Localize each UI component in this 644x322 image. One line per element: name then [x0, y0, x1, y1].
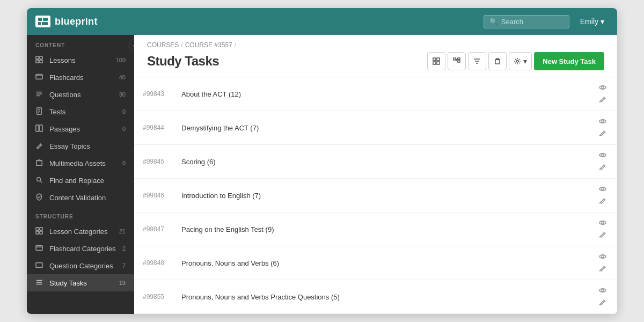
- task-name: Pacing on the English Test (9): [177, 213, 574, 246]
- svg-rect-4: [36, 56, 39, 59]
- svg-rect-7: [40, 60, 42, 63]
- sidebar-item-study-tasks[interactable]: Study Tasks 19: [27, 274, 134, 291]
- task-edit-button[interactable]: [597, 94, 609, 105]
- task-actions: [574, 111, 617, 145]
- flashcard-categories-label: Flashcard Categories: [49, 245, 117, 253]
- breadcrumb-course[interactable]: COURSE #3557: [185, 41, 232, 49]
- svg-point-57: [602, 188, 604, 190]
- task-edit-button[interactable]: [597, 162, 609, 173]
- sidebar-item-lesson-categories[interactable]: Lesson Categories 21: [27, 223, 134, 240]
- task-actions: [574, 77, 617, 111]
- svg-rect-36: [437, 62, 440, 64]
- lessons-icon: [35, 56, 44, 64]
- svg-point-21: [37, 178, 41, 181]
- task-edit-button[interactable]: [597, 128, 609, 139]
- passages-label: Passages: [49, 125, 117, 133]
- sidebar-item-essay-topics[interactable]: Essay Topics: [27, 137, 134, 155]
- find-replace-icon: [35, 176, 44, 185]
- question-categories-label: Question Categories: [49, 262, 117, 270]
- sidebar-item-question-categories[interactable]: Question Categories 7: [27, 257, 134, 274]
- task-name: Adjectives and Adverbs (10): [177, 314, 574, 314]
- sidebar-item-tests[interactable]: Tests 0: [27, 103, 134, 120]
- sidebar-item-passages[interactable]: Passages 0: [27, 120, 134, 137]
- search-input[interactable]: [501, 18, 560, 26]
- task-view-button[interactable]: [597, 83, 609, 94]
- svg-line-22: [40, 181, 42, 183]
- table-row: #99846 Introduction to English (7): [134, 179, 617, 213]
- task-actions: [574, 280, 617, 314]
- settings-chevron-icon: ▾: [523, 57, 527, 65]
- task-view-button[interactable]: [597, 184, 609, 195]
- search-box[interactable]: 🔍: [484, 15, 569, 28]
- breadcrumb-courses[interactable]: COURSES: [147, 41, 179, 49]
- sidebar-item-questions[interactable]: Questions 30: [27, 86, 134, 103]
- svg-point-63: [602, 255, 604, 258]
- view-hierarchy-button[interactable]: [448, 52, 466, 70]
- task-name: Pronouns, Nouns and Verbs Practice Quest…: [177, 280, 574, 314]
- settings-button[interactable]: ▾: [509, 52, 532, 70]
- task-actions: [574, 179, 617, 213]
- delete-button[interactable]: [488, 52, 507, 70]
- sidebar-item-flashcard-categories[interactable]: Flashcard Categories 2: [27, 240, 134, 257]
- task-view-button[interactable]: [597, 286, 609, 297]
- svg-line-65: [599, 270, 601, 271]
- flashcard-categories-count: 2: [122, 245, 126, 252]
- task-view-button[interactable]: [597, 150, 609, 162]
- page-title: Study Tasks: [147, 54, 219, 69]
- sidebar-item-content-validation[interactable]: Content Validation: [27, 189, 134, 206]
- svg-point-47: [516, 60, 518, 62]
- table-row: #99848 Pronouns, Nouns and Verbs (6): [134, 246, 617, 280]
- task-view-button[interactable]: [597, 218, 609, 229]
- table-row: #99849 Adjectives and Adverbs (10): [134, 314, 617, 314]
- tests-count: 0: [122, 108, 126, 115]
- user-chevron-icon: ▾: [601, 17, 604, 26]
- toolbar-buttons: ▾ New Study Task: [427, 52, 604, 70]
- flashcards-label: Flashcards: [49, 74, 114, 82]
- task-id: #99843: [134, 77, 177, 111]
- breadcrumb-sep-1: /: [181, 41, 182, 49]
- study-tasks-table: #99843 About the ACT (12) #99844 Demysti…: [134, 77, 617, 314]
- task-id: #99846: [134, 179, 177, 213]
- passages-icon: [35, 125, 44, 133]
- questions-count: 30: [119, 91, 126, 98]
- lessons-count: 100: [116, 57, 126, 63]
- task-view-button[interactable]: [597, 116, 609, 128]
- sidebar-item-lessons[interactable]: Lessons 100: [27, 52, 134, 69]
- svg-rect-37: [453, 58, 456, 60]
- task-actions: [574, 145, 617, 179]
- task-edit-button[interactable]: [597, 195, 609, 207]
- table-row: #99843 About the ACT (12): [134, 77, 617, 111]
- task-edit-button[interactable]: [597, 229, 609, 240]
- task-view-button[interactable]: [597, 252, 609, 263]
- question-categories-count: 7: [122, 262, 126, 269]
- view-grid-button[interactable]: [427, 52, 445, 70]
- lesson-categories-icon: [35, 227, 44, 236]
- svg-rect-17: [36, 125, 39, 131]
- logo-icon: [35, 16, 50, 27]
- svg-rect-35: [433, 62, 436, 64]
- svg-rect-8: [36, 75, 42, 79]
- tests-icon: [35, 107, 44, 116]
- sidebar-section-structure-label: STRUCTURE: [27, 206, 134, 223]
- svg-rect-39: [458, 58, 460, 60]
- lessons-label: Lessons: [49, 56, 111, 64]
- task-edit-button[interactable]: [597, 297, 609, 308]
- table-row: #99855 Pronouns, Nouns and Verbs Practic…: [134, 280, 617, 314]
- table-container: #99843 About the ACT (12) #99844 Demysti…: [134, 77, 617, 314]
- user-menu-button[interactable]: Emily ▾: [576, 15, 609, 28]
- task-edit-button[interactable]: [597, 263, 609, 274]
- svg-rect-1: [43, 18, 48, 21]
- svg-line-56: [599, 169, 601, 170]
- svg-rect-46: [495, 60, 500, 64]
- main-layout: ◀ CONTENT Lessons 100 Flashcards 40: [27, 35, 617, 314]
- top-nav: blueprint 🔍 Emily ▾: [27, 8, 617, 35]
- sidebar-item-flashcards[interactable]: Flashcards 40: [27, 69, 134, 86]
- svg-line-50: [599, 101, 601, 102]
- new-study-task-button[interactable]: New Study Task: [534, 52, 604, 70]
- content-validation-icon: [35, 193, 44, 202]
- content-validation-label: Content Validation: [49, 194, 120, 202]
- svg-rect-29: [36, 263, 42, 268]
- filter-button[interactable]: [468, 52, 486, 70]
- sidebar-item-multimedia[interactable]: Multimedia Assets 0: [27, 155, 134, 172]
- sidebar-item-find-replace[interactable]: Find and Replace: [27, 172, 134, 189]
